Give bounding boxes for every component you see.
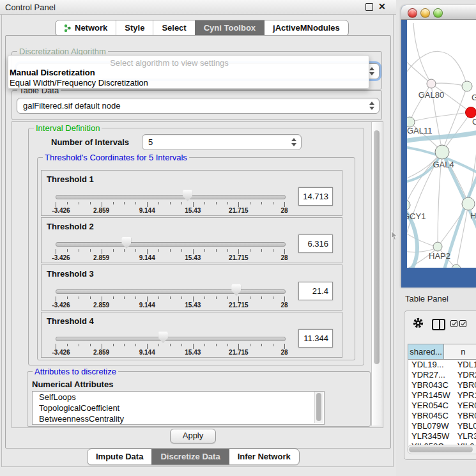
threshold-value: 11.344: [303, 334, 328, 343]
table-row[interactable]: YBR045CYBR0: [408, 411, 476, 421]
table-horizontal-scrollbar[interactable]: [407, 445, 476, 454]
bottom-tab-bar: Impute DataDiscretize DataInfer Network: [87, 449, 300, 465]
threshold-2-value-field[interactable]: 6.316: [298, 234, 333, 253]
network-node[interactable]: [427, 79, 436, 88]
tick-label: -3.426: [52, 254, 70, 261]
tab-infer-network[interactable]: Infer Network: [229, 449, 299, 464]
network-node[interactable]: [462, 81, 472, 91]
scrollbar-thumb[interactable]: [316, 393, 321, 421]
cell-name: YBL0: [453, 421, 476, 431]
network-node[interactable]: [407, 200, 410, 210]
network-node[interactable]: [435, 145, 449, 159]
zoom-traffic-light-icon[interactable]: [433, 8, 443, 18]
network-edge[interactable]: [410, 112, 471, 122]
threshold-2-slider-thumb[interactable]: [121, 237, 131, 249]
top-tab-bar: NetworkStyleSelectCyni ToolboxjActiveMNo…: [55, 20, 349, 36]
numerical-attributes-list[interactable]: SelfLoopsTopologicalCoefficientBetweenne…: [32, 391, 325, 425]
cell-name: YPR1: [453, 390, 476, 401]
interval-definition-title: Interval Definition: [34, 123, 102, 133]
mouse-cursor: [391, 231, 398, 241]
float-window-icon[interactable]: [365, 3, 373, 11]
threshold-3-value-field[interactable]: 21.4: [298, 282, 333, 300]
tab-discretize-data[interactable]: Discretize Data: [151, 449, 228, 464]
network-edge[interactable]: [410, 84, 431, 122]
network-node[interactable]: [462, 197, 475, 210]
network-node[interactable]: [466, 107, 476, 118]
combo-arrows-icon[interactable]: [369, 101, 374, 111]
column-header-name[interactable]: n: [444, 344, 476, 360]
network-edge[interactable]: [407, 59, 431, 84]
threshold-1-value-field[interactable]: 14.713: [298, 187, 333, 206]
slider-tick-labels: -3.4262.8599.14415.4321.71528: [56, 302, 284, 309]
minimize-traffic-light-icon[interactable]: [420, 8, 430, 18]
cell-shared-name: YPR145W: [408, 390, 453, 401]
attributes-list-scrollbar[interactable]: [314, 392, 323, 423]
table-data-combobox[interactable]: galFiltered.sif default node: [17, 98, 380, 114]
network-window-titlebar[interactable]: [401, 5, 476, 20]
threshold-4-slider-track[interactable]: [56, 337, 286, 341]
threshold-4-slider-thumb[interactable]: [158, 332, 168, 343]
scrollbar-thumb[interactable]: [374, 130, 380, 364]
cell-shared-name: YDL19...: [408, 360, 453, 370]
close-traffic-light-icon[interactable]: [408, 8, 417, 18]
tab-jactivemnodules[interactable]: jActiveMNodules: [264, 20, 348, 36]
node-label-c: C: [472, 117, 476, 127]
tab-impute-data[interactable]: Impute Data: [88, 449, 151, 464]
attribute-item-selfloops[interactable]: SelfLoops: [33, 392, 324, 403]
network-edge[interactable]: [407, 51, 467, 86]
table-row[interactable]: YDR27...YDR2: [408, 370, 476, 380]
tick-label: 15.43: [185, 207, 201, 214]
network-icon: [64, 24, 72, 33]
threshold-2-slider-track[interactable]: [56, 242, 286, 247]
table-row[interactable]: YLR345WYLR3: [408, 431, 476, 441]
table-row[interactable]: YER054CYER0: [408, 401, 476, 411]
thresholds-group-title: Threshold's Coordinates for 5 Intervals: [43, 153, 189, 162]
threshold-4-box: Threshold 4-3.4262.8599.14415.4321.71528…: [41, 312, 342, 358]
table-row[interactable]: YPR145WYPR1: [408, 390, 476, 401]
combo-arrows-icon[interactable]: [369, 66, 374, 76]
network-node[interactable]: [433, 242, 442, 251]
threshold-3-slider-thumb[interactable]: [231, 284, 241, 296]
table-row[interactable]: YDL19...YDL1: [408, 360, 476, 370]
threshold-4-value-field[interactable]: 11.344: [298, 329, 333, 348]
checkbox-icon[interactable]: [459, 320, 466, 327]
node-label-ga: GA: [472, 93, 476, 102]
threshold-3-slider-track[interactable]: [56, 289, 286, 294]
table-body: YDL19...YDL1YDR27...YDR2YBR043CYBR0YPR14…: [408, 360, 476, 449]
gear-icon[interactable]: [413, 318, 424, 328]
table-header-row: shared... n: [408, 344, 476, 360]
dropdown-option-manual-discretization[interactable]: Manual Discretization: [10, 68, 95, 77]
tab-label: Network: [75, 20, 107, 36]
table-row[interactable]: YBL079WYBL0: [408, 421, 476, 431]
close-icon[interactable]: ✕: [378, 1, 386, 12]
cell-name: YDR2: [453, 370, 476, 380]
tab-style[interactable]: Style: [116, 20, 153, 36]
column-header-shared-name[interactable]: shared...: [408, 344, 444, 360]
attribute-item-topologicalcoefficient[interactable]: TopologicalCoefficient: [33, 403, 324, 413]
attribute-item-betweennesscentrality[interactable]: BetweennessCentrality: [33, 413, 324, 424]
attributes-group-title: Attributes to discretize: [33, 367, 118, 376]
checkbox-icon[interactable]: [450, 320, 457, 327]
tab-select[interactable]: Select: [153, 20, 194, 36]
combo-arrows-icon[interactable]: [291, 137, 296, 147]
network-graph: GAL80GACGAL11GAL4GCY1HHAP2: [407, 20, 476, 268]
table-row[interactable]: YBR043CYBR0: [408, 380, 476, 390]
tab-cyni-toolbox[interactable]: Cyni Toolbox: [195, 20, 264, 36]
threshold-value: 21.4: [312, 286, 328, 296]
network-edge[interactable]: [442, 86, 467, 152]
cell-shared-name: YDR27...: [408, 370, 453, 380]
network-canvas[interactable]: GAL80GACGAL11GAL4GCY1HHAP2: [407, 20, 476, 268]
tab-network[interactable]: Network: [56, 20, 116, 36]
slider-tick-labels: -3.4262.8599.14415.4321.71528: [56, 349, 284, 357]
threshold-1-slider-track[interactable]: [56, 195, 286, 199]
apply-button[interactable]: Apply: [170, 429, 216, 443]
network-edge[interactable]: [407, 232, 438, 247]
dropdown-option-equal-width-frequency[interactable]: Equal Width/Frequency Discretization: [10, 78, 148, 88]
threshold-1-slider-thumb[interactable]: [183, 190, 192, 201]
number-of-intervals-combobox[interactable]: 5: [142, 134, 302, 150]
dropdown-hint: Select algorithm to view settings: [8, 58, 330, 68]
settings-vertical-scrollbar[interactable]: [371, 122, 381, 426]
tick-label: 21.715: [229, 302, 249, 309]
scrollbar-thumb[interactable]: [409, 447, 473, 452]
split-columns-icon[interactable]: [432, 319, 445, 330]
